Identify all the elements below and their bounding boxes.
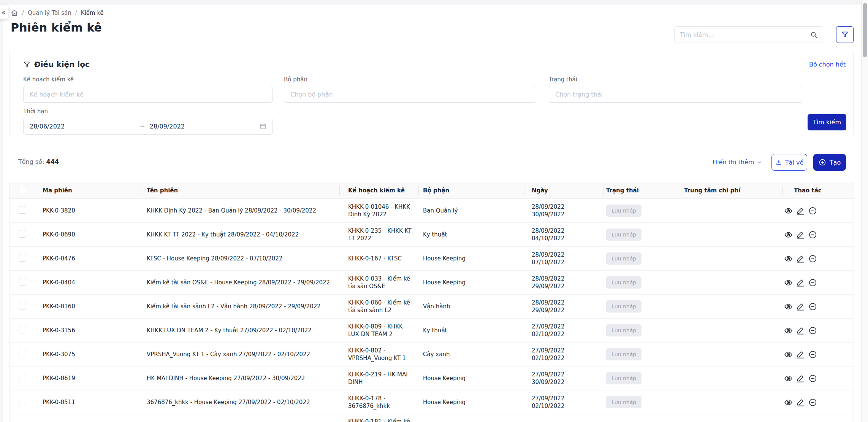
- search-icon[interactable]: [810, 31, 817, 38]
- view-icon[interactable]: [784, 254, 793, 263]
- edit-icon[interactable]: [796, 302, 805, 311]
- edit-icon[interactable]: [796, 278, 805, 287]
- date-from-value[interactable]: 28/06/2022: [30, 123, 139, 130]
- clear-all-link[interactable]: Bỏ chọn hết: [809, 61, 846, 68]
- breadcrumb-item-quan-ly-tai-san[interactable]: Quản lý Tài sản: [28, 10, 71, 16]
- table-row[interactable]: PKK-0-3820 KHKK Định Kỳ 2022 - Ban Quản …: [10, 199, 854, 223]
- disable-icon[interactable]: [808, 398, 817, 407]
- actions-cell: [782, 350, 854, 359]
- row-checkbox[interactable]: [19, 350, 26, 357]
- view-icon[interactable]: [784, 278, 793, 287]
- calendar-icon: [260, 123, 266, 130]
- table-row[interactable]: PKK-0-3075 VPRSHA_Vuong KT 1 - Cây xanh …: [10, 343, 854, 366]
- session-code-cell: PKK-0-3156: [34, 327, 141, 334]
- table-row[interactable]: PKK-0-3156 KHKK LUX DN TEAM 2 - Kỹ thuật…: [10, 319, 854, 343]
- row-checkbox[interactable]: [19, 254, 26, 262]
- row-checkbox[interactable]: [19, 374, 26, 381]
- date-range-picker[interactable]: 28/06/2022 → 28/09/2022: [23, 118, 273, 135]
- status-cell: Lưu nháp: [603, 396, 681, 408]
- actions-cell: [782, 374, 854, 383]
- edit-icon[interactable]: [796, 230, 805, 239]
- status-cell: Lưu nháp: [603, 228, 681, 241]
- breadcrumb-item-kiem-ke[interactable]: Kiểm kê: [81, 10, 104, 16]
- disable-icon[interactable]: [808, 278, 817, 287]
- edit-icon[interactable]: [796, 374, 805, 383]
- plan-filter-input[interactable]: Kế hoạch kiểm kê: [23, 86, 273, 103]
- view-icon[interactable]: [784, 374, 793, 383]
- period-field-label: Thời hạn: [23, 108, 273, 115]
- edit-icon[interactable]: [796, 206, 805, 215]
- plan-cell: KHKK-0-178 - 3676876_khkk: [339, 395, 418, 410]
- session-code-cell: PKK-0-0619: [34, 374, 141, 382]
- disable-icon[interactable]: [808, 374, 817, 383]
- disable-icon[interactable]: [808, 326, 817, 335]
- department-cell: Vận hành: [418, 303, 524, 310]
- actions-cell: [782, 326, 854, 335]
- session-name-cell: 3676876_khkk - House Keeping 27/09/2022 …: [141, 398, 339, 406]
- row-checkbox[interactable]: [19, 326, 26, 333]
- session-code-cell: PKK-0-0160: [34, 303, 141, 310]
- home-icon[interactable]: [11, 9, 18, 17]
- disable-icon[interactable]: [808, 230, 817, 239]
- collapsed-sidebar-edge: [0, 5, 3, 422]
- view-icon[interactable]: [784, 398, 793, 407]
- col-header-trung-tam-chi-phi: Trung tâm chi phí: [681, 182, 782, 199]
- breadcrumb: / Quản lý Tài sản / Kiểm kê: [11, 9, 104, 17]
- plan-cell: KHKK-0-033 - Kiểm kê tài sản OS&E: [339, 275, 418, 290]
- disable-icon[interactable]: [808, 254, 817, 263]
- scrollbar-thumb[interactable]: [863, 3, 867, 57]
- edit-icon[interactable]: [796, 326, 805, 335]
- view-icon[interactable]: [784, 206, 793, 215]
- department-filter-select[interactable]: Chọn bộ phận: [284, 86, 536, 103]
- row-checkbox[interactable]: [19, 302, 26, 309]
- show-more-dropdown[interactable]: Hiển thị thêm: [713, 159, 762, 166]
- session-code-cell: PKK-0-3820: [34, 207, 141, 214]
- status-cell: Lưu nháp: [603, 276, 681, 289]
- table-row[interactable]: PKK-0-0476 KTSC - House Keeping 28/09/20…: [10, 247, 854, 271]
- plan-cell: KHKK-0-181 - Kiểm kê: [339, 414, 418, 422]
- view-icon[interactable]: [784, 350, 793, 359]
- session-code-cell: PKK-0-0404: [34, 279, 141, 286]
- sidebar-collapse-button[interactable]: «: [0, 5, 8, 19]
- table-row[interactable]: PKK-0-0160 Kiểm kê tài sản sảnh L2 - Vận…: [10, 295, 854, 319]
- row-checkbox[interactable]: [19, 398, 26, 405]
- status-badge: Lưu nháp: [606, 276, 641, 289]
- session-code-cell: PKK-0-0476: [34, 255, 141, 262]
- view-icon[interactable]: [784, 302, 793, 311]
- row-checkbox[interactable]: [19, 230, 26, 238]
- status-filter-select[interactable]: Chọn trạng thái: [549, 86, 802, 103]
- disable-icon[interactable]: [808, 302, 817, 311]
- view-icon[interactable]: [784, 326, 793, 335]
- search-input[interactable]: [680, 31, 810, 38]
- row-checkbox[interactable]: [19, 206, 26, 214]
- download-button[interactable]: Tải về: [771, 154, 807, 171]
- plan-cell: KHKK-0-060 - Kiểm kê tài sản sảnh L2: [339, 299, 418, 314]
- row-checkbox[interactable]: [19, 278, 26, 286]
- vertical-scrollbar[interactable]: [861, 0, 868, 422]
- create-button[interactable]: Tạo: [813, 154, 846, 171]
- select-all-checkbox[interactable]: [19, 187, 26, 194]
- filter-toggle-button[interactable]: [836, 26, 854, 43]
- edit-icon[interactable]: [796, 254, 805, 263]
- edit-icon[interactable]: [796, 350, 805, 359]
- top-strip: [0, 0, 868, 5]
- date-cell: 28/09/2022 29/09/2022: [524, 299, 603, 314]
- table-row[interactable]: PKK-0-0511 3676876_khkk - House Keeping …: [10, 390, 854, 414]
- view-icon[interactable]: [784, 230, 793, 239]
- filter-search-button[interactable]: Tìm kiếm: [808, 114, 846, 130]
- session-name-cell: HK MAI DINH - House Keeping 27/09/2022 -…: [141, 374, 339, 382]
- date-cell: 28/09/2022 30/09/2022: [524, 203, 603, 218]
- actions-cell: [782, 254, 854, 263]
- actions-cell: [782, 398, 854, 407]
- table-row[interactable]: PKK-0-0619 HK MAI DINH - House Keeping 2…: [10, 366, 854, 390]
- table-row[interactable]: PKK-0-0404 Kiểm kê tài sản OS&E - House …: [10, 271, 854, 295]
- disable-icon[interactable]: [808, 350, 817, 359]
- status-cell: Lưu nháp: [603, 324, 681, 336]
- disable-icon[interactable]: [808, 206, 817, 215]
- session-code-cell: PKK-0-0511: [34, 398, 141, 406]
- edit-icon[interactable]: [796, 398, 805, 407]
- session-name-cell: Kiểm kê tài sản sảnh L2 - Vận hành 28/09…: [141, 303, 339, 310]
- status-badge: Lưu nháp: [606, 205, 641, 217]
- table-row[interactable]: PKK-0-0690 KHKK KT TT 2022 - Kỹ thuật 28…: [10, 223, 854, 247]
- date-to-value[interactable]: 28/09/2022: [150, 123, 260, 130]
